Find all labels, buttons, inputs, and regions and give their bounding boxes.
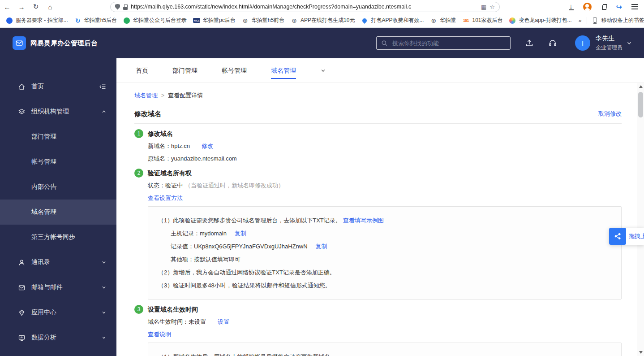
breadcrumb-domain-management[interactable]: 域名管理 xyxy=(134,91,158,100)
bookmark-item[interactable]: ⊕ APP在线打包生成10元 xyxy=(288,15,358,26)
sidebar-item-label: 数据分析 xyxy=(31,334,56,342)
scroll-thumb[interactable] xyxy=(638,92,643,117)
browser-profile-avatar[interactable] xyxy=(583,3,592,11)
bookmark-item[interactable]: 101 101家教后台 xyxy=(459,15,506,26)
sidebar-item-thirdparty-sync[interactable]: 第三方帐号同步 xyxy=(0,225,116,250)
shield-icon[interactable] xyxy=(115,4,120,10)
cancel-modify-link[interactable]: 取消修改 xyxy=(598,110,622,118)
user-role: 企业管理员 xyxy=(596,44,623,52)
browser-menu-icon[interactable] xyxy=(631,6,638,7)
bookmark-item[interactable]: ⊕ 华拍堂h5前台 xyxy=(239,15,288,26)
status-value: 验证中 xyxy=(165,181,183,190)
screenshot-icon[interactable] xyxy=(601,4,607,10)
back-icon[interactable]: ← xyxy=(0,3,14,11)
sidebar-item-mailbox[interactable]: 邮箱与邮件 xyxy=(0,275,116,300)
sidebar-item-label: 帐号管理 xyxy=(31,158,56,166)
app-title: 网易灵犀办公管理后台 xyxy=(30,39,98,48)
bookmark-item[interactable]: NICE 华拍堂pc后台 xyxy=(190,15,239,26)
contacts-icon xyxy=(18,259,26,266)
bookmark-label: 华拍堂pc后台 xyxy=(203,17,236,24)
copy-host-link[interactable]: 复制 xyxy=(235,227,246,240)
bookmark-label: 变色龙app-封装打包... xyxy=(519,17,571,24)
reload-icon[interactable]: ↻ xyxy=(29,3,43,11)
sidebar-item-app-center[interactable]: 应用中心 xyxy=(0,300,116,325)
forward-icon[interactable]: → xyxy=(14,3,29,11)
bookmark-item[interactable]: 变色龙app-封装打包... xyxy=(506,15,575,26)
blue-circle-favicon xyxy=(6,17,13,24)
qr-code-icon[interactable]: ▦ xyxy=(481,4,486,10)
user-menu-chevron-icon[interactable] xyxy=(626,40,632,46)
url-text[interactable]: https://mailh.qiye.163.com/static/new/in… xyxy=(131,4,478,10)
bookmark-star-icon[interactable]: ☆ xyxy=(489,4,495,10)
drop-favicon xyxy=(361,17,368,23)
sidebar-item-data-analytics[interactable]: 数据分析 xyxy=(0,325,116,350)
sidebar-item-label: 域名管理 xyxy=(31,208,56,216)
globe-favicon: ⊕ xyxy=(291,17,298,24)
menu-fold-icon[interactable] xyxy=(99,83,107,91)
lock-icon[interactable] xyxy=(123,4,128,10)
bookmark-item[interactable]: 华拍堂公众号后台登录 xyxy=(120,15,190,26)
step-modify-domain: 1 修改域名 新域名： hptz.cn 修改 原域名： yuandazibe.n… xyxy=(134,129,622,163)
drag-upload-widget[interactable]: 拖拽上 xyxy=(609,228,644,245)
page-title: 修改域名 xyxy=(134,109,161,119)
url-bar[interactable]: https://mailh.qiye.163.com/static/new/in… xyxy=(110,2,500,12)
analytics-icon xyxy=(18,334,26,342)
step3-badge: 3 xyxy=(134,305,143,314)
phone-favicon xyxy=(593,17,597,24)
record-value-row: 记录值： UKp8nxQ6G5jFPYJnaFGVDxgUJhaHZnwN 复制 xyxy=(158,240,611,253)
tabs-more-chevron-icon[interactable] xyxy=(320,68,326,74)
top-tabs: 首页 部门管理 帐号管理 域名管理 xyxy=(116,58,644,83)
tab-domain-management[interactable]: 域名管理 xyxy=(271,58,296,83)
set-time-link[interactable]: 设置 xyxy=(218,317,229,326)
bookmark-item-mobile[interactable]: 移动设备上的书签 xyxy=(588,15,644,26)
scrollbar[interactable] xyxy=(637,83,644,356)
drag-upload-label: 拖拽上 xyxy=(629,232,644,240)
bookmark-item[interactable]: 打包APP收费和有效... xyxy=(358,15,427,26)
bookmark-label: 打包APP收费和有效... xyxy=(371,17,424,24)
effective-time-note-box: （1）新域名生效后，原域名上的邮箱帐号后缀将自动变更为新域名 xyxy=(148,343,622,356)
bookmark-item[interactable]: ⊕ 华拍堂 xyxy=(427,15,459,26)
support-headset-icon[interactable] xyxy=(548,39,557,48)
upload-icon[interactable] xyxy=(525,39,534,48)
step-verify-ownership: 2 验证域名所有权 状态： 验证中 （当验证通过时，新域名即修改成功） 查看设置… xyxy=(134,169,622,300)
view-example-link[interactable]: 查看填写示例图 xyxy=(343,214,384,227)
bookmarks-overflow-icon[interactable]: » xyxy=(575,17,585,24)
chevron-up-icon xyxy=(101,109,107,114)
browser-toolbar: ← → ↻ ⌂ https://mailh.qiye.163.com/stati… xyxy=(0,0,644,13)
sidebar-item-label: 应用中心 xyxy=(31,308,56,317)
instruction-line-2: （2）新增后，我方会自动通过网络协议验证TXT记录是否添加正确。 xyxy=(158,266,611,279)
extension-arrow-icon[interactable]: ↪ xyxy=(616,3,622,11)
org-icon xyxy=(18,108,26,116)
copy-record-link[interactable]: 复制 xyxy=(316,240,327,253)
bookmark-label: 华拍堂h5后台 xyxy=(84,17,117,24)
bookmark-item[interactable]: ↻ 华拍堂h5后台 xyxy=(71,15,120,26)
step1-badge: 1 xyxy=(134,129,143,138)
chevron-down-icon xyxy=(101,310,107,315)
modify-domain-link[interactable]: 修改 xyxy=(202,142,213,151)
user-avatar[interactable]: I xyxy=(575,35,590,51)
sidebar-item-domain-management[interactable]: 域名管理 xyxy=(0,200,116,225)
sidebar-item-account-management[interactable]: 帐号管理 xyxy=(0,149,116,174)
search-input[interactable] xyxy=(391,39,506,47)
scroll-down-arrow[interactable] xyxy=(639,351,643,354)
tab-dept-management[interactable]: 部门管理 xyxy=(172,58,197,83)
drag-upload-icon xyxy=(609,228,626,245)
search-icon xyxy=(381,40,388,47)
step2-badge: 2 xyxy=(134,169,143,178)
scroll-up-arrow[interactable] xyxy=(639,85,643,88)
sidebar-item-dept-management[interactable]: 部门管理 xyxy=(0,124,116,149)
view-note-link[interactable]: 查看说明 xyxy=(148,330,171,339)
sidebar-item-label: 通讯录 xyxy=(31,258,50,266)
step-title: 验证域名所有权 xyxy=(148,169,622,178)
sidebar-item-contacts[interactable]: 通讯录 xyxy=(0,250,116,275)
sidebar-item-internal-announcement[interactable]: 内部公告 xyxy=(0,174,116,200)
bookmark-item[interactable]: 服务器要求 - 拍宝部... xyxy=(3,15,71,26)
tab-home[interactable]: 首页 xyxy=(136,58,148,83)
sidebar-item-org-management[interactable]: 组织机构管理 xyxy=(0,99,116,124)
function-search[interactable] xyxy=(376,36,511,50)
browser-home-icon[interactable]: ⌂ xyxy=(43,3,57,11)
view-setup-method-link[interactable]: 查看设置方法 xyxy=(148,194,183,203)
download-icon[interactable]: ↓ xyxy=(569,3,574,10)
sidebar-item-home[interactable]: 首页 xyxy=(0,74,116,99)
tab-account-management[interactable]: 帐号管理 xyxy=(222,58,247,83)
